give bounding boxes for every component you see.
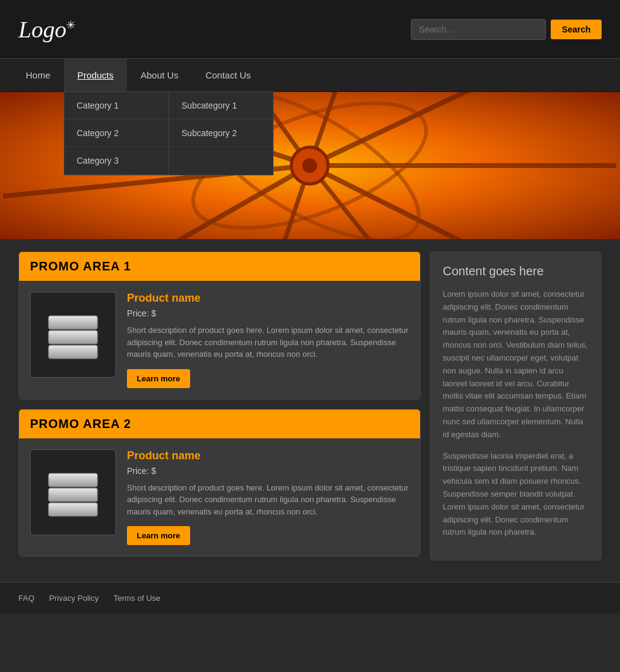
nav-item-about: About Us — [127, 59, 192, 91]
product-2-icon — [42, 459, 104, 526]
sidebar-paragraph-1: Lorem ipsum dolor sit amet, consectetur … — [443, 288, 589, 441]
logo: Logo✳ — [18, 16, 75, 43]
product-2-price: Price: $ — [127, 466, 409, 476]
sidebar-paragraph-2: Suspendisse lacinia imperdiet erat, a tr… — [443, 450, 589, 540]
nav-item-home: Home — [12, 59, 64, 91]
footer-faq-link[interactable]: FAQ — [18, 594, 34, 603]
svg-rect-17 — [48, 316, 98, 329]
svg-rect-16 — [48, 330, 98, 344]
nav-link-about[interactable]: About Us — [127, 59, 192, 91]
product-2-description: Short description of product goes here. … — [127, 482, 409, 518]
promo-1-body: Product name Price: $ Short description … — [19, 281, 420, 399]
nav-link-home[interactable]: Home — [12, 59, 64, 91]
search-button[interactable]: Search — [551, 20, 602, 39]
header: Logo✳ Search — [0, 0, 620, 58]
nav-list: Home Products Category 1 Category 2 Cate… — [0, 59, 620, 91]
product-1-name: Product name — [127, 292, 409, 305]
promo-2-title: PROMO AREA 2 — [30, 417, 131, 430]
promo-1-header: PROMO AREA 1 — [19, 252, 420, 281]
footer-terms-link[interactable]: Terms of Use — [113, 594, 161, 603]
search-area: Search — [411, 19, 602, 40]
nav-item-products: Products Category 1 Category 2 Category … — [64, 59, 127, 91]
logo-star: ✳ — [66, 19, 75, 31]
footer-privacy-link[interactable]: Privacy Policy — [49, 594, 99, 603]
product-2-info: Product name Price: $ Short description … — [127, 449, 409, 546]
right-column: Content goes here Lorem ipsum dolor sit … — [430, 251, 602, 560]
product-1-info: Product name Price: $ Short description … — [127, 292, 409, 388]
svg-rect-15 — [48, 345, 98, 359]
dropdown-subcategories: Subcategory 1 Subcategory 2 — [169, 92, 273, 175]
category-1-link[interactable]: Category 1 — [64, 92, 169, 120]
product-1-image — [30, 292, 116, 378]
search-input[interactable] — [411, 19, 546, 40]
main-content: PROMO AREA 1 — [0, 239, 620, 573]
promo-1-learn-more-button[interactable]: Learn more — [127, 369, 190, 388]
product-1-description: Short description of product goes here. … — [127, 324, 409, 361]
promo-2-header: PROMO AREA 2 — [19, 410, 420, 438]
svg-point-12 — [302, 158, 317, 173]
nav-link-contact[interactable]: Contact Us — [192, 59, 264, 91]
nav-item-contact: Contact Us — [192, 59, 264, 91]
promo-2-learn-more-button[interactable]: Learn more — [127, 526, 190, 545]
left-column: PROMO AREA 1 — [18, 251, 421, 560]
promo-1-title: PROMO AREA 1 — [30, 259, 131, 273]
logo-text: Logo — [18, 17, 66, 42]
subcategory-1-link[interactable]: Subcategory 1 — [169, 92, 273, 120]
navigation: Home Products Category 1 Category 2 Cate… — [0, 58, 620, 92]
promo-area-1: PROMO AREA 1 — [18, 251, 421, 400]
dropdown-categories: Category 1 Category 2 Category 3 — [64, 92, 169, 175]
product-1-icon — [42, 301, 104, 368]
sidebar-content-box: Content goes here Lorem ipsum dolor sit … — [430, 251, 602, 560]
category-3-link[interactable]: Category 3 — [64, 147, 169, 175]
promo-area-2: PROMO AREA 2 — [18, 409, 421, 557]
footer: FAQ Privacy Policy Terms of Use — [0, 582, 620, 614]
subcategory-2-link[interactable]: Subcategory 2 — [169, 120, 273, 147]
svg-rect-19 — [48, 488, 98, 502]
svg-rect-18 — [48, 503, 98, 516]
product-2-image — [30, 449, 116, 535]
category-2-link[interactable]: Category 2 — [64, 120, 169, 147]
product-2-name: Product name — [127, 449, 409, 462]
promo-2-body: Product name Price: $ Short description … — [19, 438, 420, 557]
product-1-price: Price: $ — [127, 308, 409, 318]
sidebar-title: Content goes here — [443, 264, 589, 278]
footer-links: FAQ Privacy Policy Terms of Use — [18, 594, 602, 603]
nav-link-products[interactable]: Products — [64, 59, 127, 91]
svg-rect-20 — [48, 473, 98, 487]
products-dropdown: Category 1 Category 2 Category 3 Subcate… — [64, 91, 274, 175]
